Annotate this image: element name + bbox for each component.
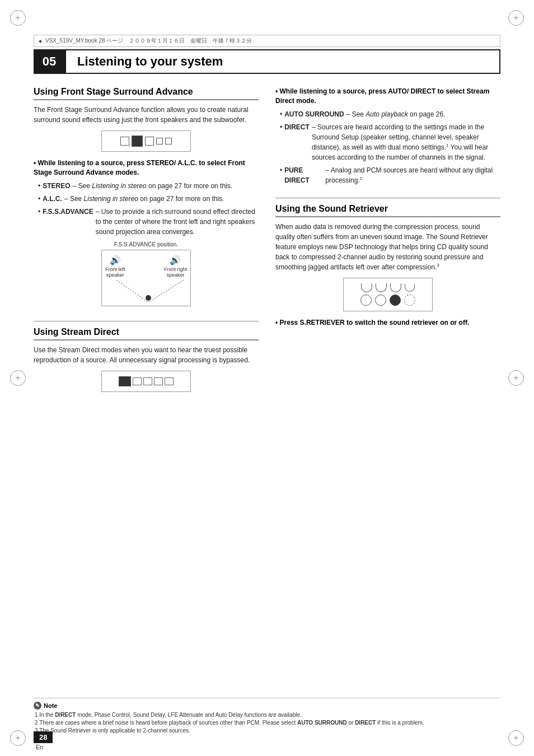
stream-direct-heading: Using Stream Direct xyxy=(34,327,259,340)
section-sound-retriever: Using the Sound Retriever When audio dat… xyxy=(275,204,500,332)
fss-speaker-right: 🔊 Front rightspeaker xyxy=(164,255,187,278)
sd-block-4 xyxy=(154,377,163,385)
section-stream-direct-bullets: • While listening to a source, press AUT… xyxy=(275,87,500,190)
registration-mark-top-right xyxy=(508,10,524,26)
speaker-block-3 xyxy=(145,137,154,146)
fss-speaker-left-icon: 🔊 xyxy=(110,255,121,265)
stream-direct-bullet-header: • While listening to a source, press AUT… xyxy=(275,87,500,106)
fss-speaker-right-label: Front rightspeaker xyxy=(164,267,187,278)
retriever-row-bottom xyxy=(360,295,415,306)
bullet-pure-direct: PURE DIRECT – Analog and PCM sources are… xyxy=(280,165,500,185)
speaker-block-2 xyxy=(132,136,143,147)
stream-direct-bullet-section: • While listening to a source, press AUT… xyxy=(275,87,500,185)
note-text-2: 2 There are cases where a brief noise is… xyxy=(35,719,500,727)
ret-u-4 xyxy=(405,284,415,292)
ret-circle-2 xyxy=(375,295,386,306)
bullet-direct: DIRECT – Sources are heard according to … xyxy=(280,122,500,162)
page-number: 28 xyxy=(34,731,53,743)
language-label: En xyxy=(36,744,53,750)
section-stream-direct: Using Stream Direct Use the Stream Direc… xyxy=(34,327,259,399)
fss-box: 🔊 Front leftspeaker 🔊 Front rightspeaker xyxy=(101,250,191,306)
fss-diagram-label: F.S.S.ADVANCE position. xyxy=(114,241,178,248)
chapter-title: Listening to your system xyxy=(65,49,500,74)
bullet-stereo: STEREO – See Listening in stereo on page… xyxy=(38,181,259,191)
chapter-header: 05 Listening to your system xyxy=(34,49,500,74)
note-header: ✎ Note xyxy=(34,702,500,710)
file-info-bar: ◆ VSX_519V_MY.book 28 ページ ２００９年１月１６日 金曜日… xyxy=(34,35,500,47)
sd-block-1 xyxy=(119,376,131,386)
left-column: Using Front Stage Surround Advance The F… xyxy=(34,87,259,711)
ret-u-3 xyxy=(390,283,401,292)
note-icon: ✎ xyxy=(34,702,41,710)
registration-mark-top-left xyxy=(10,10,26,26)
section-divider-2 xyxy=(275,198,500,198)
bullet-alc: A.L.C. – See Listening in stereo on page… xyxy=(38,194,259,204)
stream-direct-body: Use the Stream Direct modes when you wan… xyxy=(34,345,259,365)
speaker-diagram-simple xyxy=(101,130,191,152)
registration-mark-mid-left xyxy=(10,370,26,386)
sd-block-3 xyxy=(143,377,152,385)
fssa-heading: Using Front Stage Surround Advance xyxy=(34,87,259,100)
fssa-bullet-header: • While listening to a source, press STE… xyxy=(34,158,259,178)
sound-retriever-bullet: • Press S.RETRIEVER to switch the sound … xyxy=(275,318,500,328)
sound-retriever-body: When audio data is removed during the co… xyxy=(275,222,500,272)
ret-circle-1 xyxy=(360,295,372,306)
ret-u-1 xyxy=(361,283,372,292)
sd-block-5 xyxy=(165,377,174,385)
fss-diagram: F.S.S.ADVANCE position. 🔊 Front leftspea… xyxy=(34,241,259,306)
fss-projection-svg xyxy=(105,280,187,302)
file-info-text: VSX_519V_MY.book 28 ページ ２００９年１月１６日 金曜日 午… xyxy=(45,37,252,45)
stream-direct-diagram xyxy=(101,371,191,392)
ret-u-2 xyxy=(376,283,387,292)
main-content: Using Front Stage Surround Advance The F… xyxy=(34,87,500,711)
note-label: Note xyxy=(44,702,57,709)
fss-speakers-row: 🔊 Front leftspeaker 🔊 Front rightspeaker xyxy=(105,255,187,278)
speaker-block-4 xyxy=(156,138,163,144)
registration-mark-bottom-left xyxy=(10,730,26,746)
retriever-row-top xyxy=(361,283,415,292)
fss-speaker-left: 🔊 Front leftspeaker xyxy=(105,255,125,278)
ret-circle-filled xyxy=(390,295,401,306)
speaker-block-1 xyxy=(120,137,129,146)
stream-direct-diagram-container xyxy=(34,371,259,392)
bullet-auto-surround: AUTO SURROUND – See Auto playback on pag… xyxy=(280,109,500,119)
note-text-3: 3 The Sound Retriever is only applicable… xyxy=(35,727,500,735)
ret-circle-3 xyxy=(404,295,415,306)
registration-mark-mid-right xyxy=(508,370,524,386)
speaker-block-5 xyxy=(165,138,172,144)
fss-speaker-right-icon: 🔊 xyxy=(170,255,181,265)
sound-retriever-diagram xyxy=(343,278,433,311)
sound-retriever-heading: Using the Sound Retriever xyxy=(275,204,500,217)
svg-point-2 xyxy=(146,295,151,301)
sound-retriever-diagram-container xyxy=(275,278,500,311)
svg-line-1 xyxy=(148,280,184,302)
simple-speaker-diagram xyxy=(34,130,259,152)
page-footer: 28 En xyxy=(34,731,53,750)
registration-mark-bottom-right xyxy=(508,730,524,746)
section-fssa: Using Front Stage Surround Advance The F… xyxy=(34,87,259,313)
fssa-bullet-section: • While listening to a source, press STE… xyxy=(34,158,259,237)
section-divider-1 xyxy=(34,321,259,321)
fss-projection-area xyxy=(105,280,187,302)
right-column: • While listening to a source, press AUT… xyxy=(275,87,500,711)
note-text-1: 1 In the DIRECT mode, Phase Control, Sou… xyxy=(35,711,500,719)
svg-line-0 xyxy=(116,280,148,302)
bullet-fssadvance: F.S.S.ADVANCE – Use to provide a rich su… xyxy=(38,207,259,237)
sd-block-2 xyxy=(133,377,142,385)
sound-retriever-bullet-header: • Press S.RETRIEVER to switch the sound … xyxy=(275,318,500,328)
notes-section: ✎ Note 1 In the DIRECT mode, Phase Contr… xyxy=(34,698,500,735)
fssa-body: The Front Stage Surround Advance functio… xyxy=(34,105,259,125)
chapter-number: 05 xyxy=(34,49,65,74)
diamond-icon: ◆ xyxy=(39,39,42,44)
fss-speaker-left-label: Front leftspeaker xyxy=(105,267,125,278)
